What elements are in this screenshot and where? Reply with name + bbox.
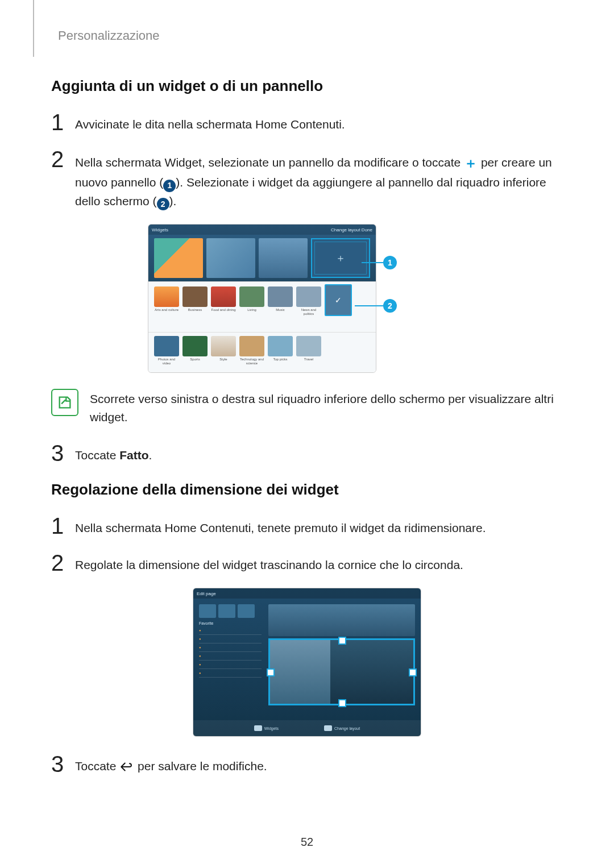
plus-icon: ＋ bbox=[464, 155, 478, 171]
d2-topbar-left: Edit page bbox=[197, 591, 216, 596]
text-fragment: Toccate bbox=[75, 448, 119, 462]
panel-card bbox=[259, 238, 308, 278]
page-number: 52 bbox=[0, 836, 614, 849]
bottombar-label-left: Widgets bbox=[264, 726, 279, 730]
text-fragment: . bbox=[149, 448, 152, 462]
step-text: Avvicinate le dita nella schermata Home … bbox=[75, 111, 563, 134]
callout-line-2: 2 bbox=[355, 299, 397, 313]
panel-card bbox=[154, 238, 203, 278]
step-text: Toccate Fatto. bbox=[75, 442, 563, 465]
header-rule bbox=[33, 0, 34, 57]
device-screenshot-2: Edit page Favorite bbox=[193, 588, 421, 737]
widget-label: Music bbox=[268, 308, 293, 316]
resize-handle-left bbox=[267, 668, 275, 676]
device2-main bbox=[268, 604, 415, 717]
step-number: 2 bbox=[51, 148, 75, 171]
widget-label: Business bbox=[182, 308, 208, 316]
text-fragment: Toccate bbox=[75, 759, 119, 773]
resize-handle-right bbox=[409, 668, 417, 676]
widget-label: Technology and science bbox=[239, 358, 264, 366]
widget-label: News and politics bbox=[296, 308, 321, 316]
step-a1: 1 Avvicinate le dita nella schermata Hom… bbox=[51, 111, 563, 134]
resize-handle-bottom bbox=[338, 699, 346, 707]
step-number: 2 bbox=[51, 551, 75, 574]
device-screenshot-1: Widgets Change layout Done ＋ Arts and cu… bbox=[148, 224, 376, 373]
bottombar-icon bbox=[324, 725, 332, 731]
sidebar-tile bbox=[199, 604, 216, 618]
section-title-resize-widget: Regolazione della dimensione dei widget bbox=[51, 481, 563, 499]
widget-label: Food and dining bbox=[211, 308, 236, 316]
widget-row-2: Photos and video Sports Style Technology… bbox=[148, 333, 376, 373]
widget-label: Style bbox=[211, 358, 236, 366]
sidebar-line bbox=[199, 669, 262, 678]
widget-label: Travel bbox=[296, 358, 321, 366]
sidebar-tile bbox=[238, 604, 255, 618]
topbar-left-label: Widgets bbox=[152, 227, 168, 232]
step-number: 3 bbox=[51, 753, 75, 775]
step-b3: 3 Toccate per salvare le modifiche. bbox=[51, 753, 563, 778]
breadcrumb: Personalizzazione bbox=[58, 28, 563, 43]
sidebar-line bbox=[199, 661, 262, 669]
topbar-right-label: Change layout Done bbox=[331, 227, 372, 232]
step-a3: 3 Toccate Fatto. bbox=[51, 442, 563, 465]
sidebar-header: Favorite bbox=[199, 621, 262, 625]
text-fragment: per salvare le modifiche. bbox=[134, 759, 267, 773]
figure-1: Widgets Change layout Done ＋ Arts and cu… bbox=[148, 224, 466, 373]
step-number: 1 bbox=[51, 111, 75, 134]
bottombar-icon bbox=[254, 725, 262, 731]
panel-row: ＋ bbox=[154, 238, 370, 278]
bold-fatto: Fatto bbox=[119, 448, 148, 462]
step-b2: 2 Regolate la dimensione del widget tras… bbox=[51, 551, 563, 575]
step-text: Toccate per salvare le modifiche. bbox=[75, 753, 563, 778]
widget-label: Arts and culture bbox=[154, 308, 179, 316]
resize-handle-top bbox=[338, 637, 346, 645]
sidebar-line bbox=[199, 643, 262, 652]
callout-dot-2: 2 bbox=[383, 299, 397, 313]
step-number: 1 bbox=[51, 514, 75, 537]
step-number: 3 bbox=[51, 442, 75, 464]
device-top-area: Widgets Change layout Done ＋ bbox=[148, 225, 376, 281]
widget-label: Top picks bbox=[268, 358, 293, 366]
figure-2-wrap: Edit page Favorite bbox=[51, 588, 563, 737]
sidebar-line bbox=[199, 635, 262, 643]
widget-selected bbox=[325, 284, 352, 316]
text-fragment: Nella schermata Widget, selezionate un p… bbox=[75, 156, 464, 169]
panel-card bbox=[206, 238, 255, 278]
section-title-add-widget: Aggiunta di un widget o di un pannello bbox=[51, 77, 563, 95]
resize-frame bbox=[268, 638, 415, 705]
widget-row-1: Arts and culture Business Food and dinin… bbox=[148, 281, 376, 333]
sidebar-line bbox=[199, 626, 262, 635]
widget-label: Living bbox=[239, 308, 264, 316]
device2-sidebar: Favorite bbox=[199, 604, 262, 678]
widget-label: Sports bbox=[182, 358, 208, 366]
note-block: Scorrete verso sinistra o destra sul riq… bbox=[51, 389, 563, 426]
hero-tile bbox=[268, 604, 415, 636]
note-text: Scorrete verso sinistra o destra sul riq… bbox=[90, 389, 563, 426]
manual-page: Personalizzazione Aggiunta di un widget … bbox=[0, 0, 614, 868]
device2-bottombar: Widgets Change layout bbox=[193, 720, 421, 736]
callout-badge-2: 2 bbox=[157, 198, 169, 210]
sidebar-line bbox=[199, 652, 262, 661]
bottombar-label-right: Change layout bbox=[334, 726, 360, 730]
step-a2: 2 Nella schermata Widget, selezionate un… bbox=[51, 148, 563, 211]
callout-dot-1: 1 bbox=[383, 256, 397, 269]
device2-topbar: Edit page bbox=[193, 588, 421, 599]
step-text: Nella schermata Widget, selezionate un p… bbox=[75, 148, 563, 211]
sidebar-tile bbox=[218, 604, 235, 618]
back-arrow-icon bbox=[119, 759, 134, 778]
callout-line-1: 1 bbox=[362, 256, 397, 269]
device-topbar: Widgets Change layout Done bbox=[148, 225, 376, 235]
step-text: Nella schermata Home Contenuti, tenete p… bbox=[75, 514, 563, 538]
text-fragment: ). bbox=[169, 194, 177, 207]
step-b1: 1 Nella schermata Home Contenuti, tenete… bbox=[51, 514, 563, 538]
step-text: Regolate la dimensione del widget trasci… bbox=[75, 551, 563, 575]
callout-badge-1: 1 bbox=[163, 180, 176, 192]
widget-label: Photos and video bbox=[154, 358, 179, 366]
note-icon bbox=[51, 389, 78, 416]
figure-1-wrap: Widgets Change layout Done ＋ Arts and cu… bbox=[51, 224, 563, 373]
